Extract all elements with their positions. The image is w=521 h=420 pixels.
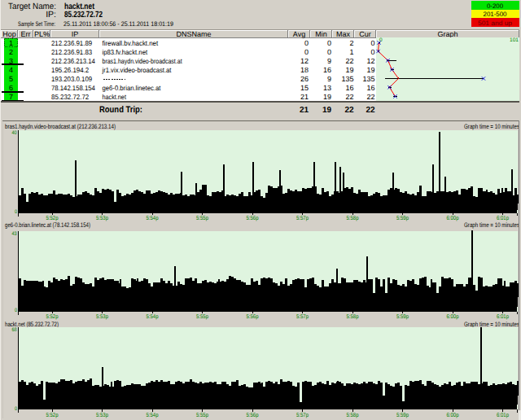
svg-text:DNSName: DNSName — [176, 30, 211, 38]
svg-text:Cur: Cur — [359, 30, 371, 38]
svg-text:Sample Set Time:: Sample Set Time: — [18, 20, 55, 28]
svg-text:212.236.91.83: 212.236.91.83 — [51, 48, 92, 56]
svg-text:85.232.72.72: 85.232.72.72 — [64, 10, 103, 20]
svg-text:85.232.72.72: 85.232.72.72 — [51, 93, 89, 101]
svg-text:1: 1 — [349, 48, 353, 56]
svg-text:68: 68 — [12, 327, 17, 333]
svg-text:Graph: Graph — [437, 30, 458, 38]
svg-text:0: 0 — [370, 48, 374, 56]
svg-text:ge6-0.brian.linetec.at (78.142: ge6-0.brian.linetec.at (78.142.158.154) — [5, 221, 90, 229]
svg-text:5:57p: 5:57p — [296, 413, 309, 418]
svg-text:bras1.haydn.video-broadcast.at: bras1.haydn.video-broadcast.at — [103, 57, 183, 65]
svg-text:15: 15 — [300, 84, 309, 92]
svg-text:22: 22 — [366, 93, 374, 101]
svg-text:5:58p: 5:58p — [347, 216, 359, 221]
svg-text:6:01p: 6:01p — [497, 216, 509, 221]
svg-text:ip83.fv.hackt.net: ip83.fv.hackt.net — [103, 48, 148, 56]
svg-text:26: 26 — [300, 75, 309, 83]
svg-text:212.236.91.89: 212.236.91.89 — [51, 39, 92, 47]
svg-text:22: 22 — [345, 57, 353, 65]
svg-text:5:53p: 5:53p — [96, 413, 108, 418]
svg-text:13: 13 — [323, 84, 331, 92]
svg-text:hackt.net: hackt.net — [103, 93, 127, 101]
svg-text:6:00p: 6:00p — [447, 314, 459, 320]
svg-text:5:56p: 5:56p — [247, 413, 259, 418]
svg-text:9: 9 — [327, 75, 331, 83]
svg-text:16: 16 — [366, 84, 374, 92]
svg-text:0-200: 0-200 — [487, 2, 504, 10]
svg-text:135: 135 — [341, 75, 353, 83]
svg-text:5:59p: 5:59p — [396, 314, 409, 320]
svg-text:5: 5 — [9, 75, 13, 83]
svg-text:6:01p: 6:01p — [497, 314, 509, 320]
svg-text:0: 0 — [304, 39, 309, 47]
svg-text:21: 21 — [300, 106, 309, 115]
svg-text:0: 0 — [304, 48, 309, 56]
svg-text:501 and up: 501 and up — [478, 20, 513, 27]
svg-text:5:55p: 5:55p — [196, 314, 208, 320]
svg-text:0: 0 — [327, 39, 331, 47]
svg-text:19: 19 — [345, 66, 353, 74]
svg-text:bras1.haydn.video-broadcast.at: bras1.haydn.video-broadcast.at (212.236.… — [5, 123, 116, 130]
svg-text:193.203.0.109: 193.203.0.109 — [51, 75, 92, 83]
svg-text:18: 18 — [300, 66, 309, 74]
svg-text:40: 40 — [12, 130, 17, 136]
svg-text:5:55p: 5:55p — [196, 216, 208, 221]
svg-text:5:59p: 5:59p — [396, 216, 409, 221]
svg-text:19: 19 — [366, 66, 374, 74]
svg-text:4: 4 — [9, 66, 13, 74]
svg-text:22: 22 — [345, 93, 353, 101]
svg-text:22: 22 — [344, 106, 354, 115]
svg-text:195.26.194.2: 195.26.194.2 — [51, 66, 89, 74]
svg-text:IP: IP — [72, 30, 79, 38]
svg-text:19: 19 — [323, 93, 331, 101]
svg-text:6:00p: 6:00p — [447, 216, 459, 221]
svg-text:IP:: IP: — [46, 10, 56, 20]
svg-text:5:58p: 5:58p — [347, 413, 359, 418]
svg-text:5:56p: 5:56p — [247, 314, 259, 320]
svg-text:0: 0 — [15, 406, 17, 412]
svg-text:5:54p: 5:54p — [147, 216, 159, 221]
svg-text:201-500: 201-500 — [484, 11, 508, 18]
svg-text:6:00p: 6:00p — [447, 413, 459, 418]
svg-text:5:59p: 5:59p — [396, 413, 409, 418]
svg-text:78.142.158.154: 78.142.158.154 — [51, 84, 95, 92]
svg-text:12: 12 — [300, 57, 309, 65]
svg-text:Max: Max — [336, 30, 351, 38]
svg-text:firewall.bv.hackt.net: firewall.bv.hackt.net — [103, 39, 159, 47]
svg-text:5:52p: 5:52p — [46, 413, 59, 418]
svg-text:0: 0 — [370, 39, 374, 47]
svg-text:0: 0 — [15, 209, 17, 215]
svg-text:5:53p: 5:53p — [96, 216, 108, 221]
svg-text:5:52p: 5:52p — [46, 314, 59, 320]
svg-text:Avg: Avg — [293, 30, 305, 38]
svg-text:PL%: PL% — [34, 30, 50, 38]
svg-text:2: 2 — [9, 48, 13, 56]
svg-text:jr1.vix.video-broadcast.at: jr1.vix.video-broadcast.at — [102, 66, 172, 74]
svg-text:5:56p: 5:56p — [247, 216, 259, 221]
svg-text:22: 22 — [366, 106, 375, 115]
svg-text:5:54p: 5:54p — [147, 413, 159, 418]
svg-text:5:55p: 5:55p — [196, 413, 208, 418]
svg-text:16: 16 — [345, 84, 353, 92]
svg-text:43: 43 — [12, 231, 17, 237]
svg-text:16: 16 — [323, 66, 331, 74]
svg-text:25.11.2011 18:00:56 - 25.11.20: 25.11.2011 18:00:56 - 25.11.2011 18:01:1… — [63, 20, 173, 28]
svg-text:101: 101 — [510, 37, 519, 43]
svg-text:Graph time = 10 minutes: Graph time = 10 minutes — [464, 123, 519, 130]
svg-text:5:57p: 5:57p — [296, 314, 309, 320]
svg-text:Graph time = 10 minutes: Graph time = 10 minutes — [464, 321, 519, 328]
svg-text:Graph time = 10 minutes: Graph time = 10 minutes — [464, 221, 519, 229]
svg-text:Min: Min — [315, 30, 327, 38]
svg-text:212.236.213.14: 212.236.213.14 — [51, 57, 95, 65]
svg-text:0: 0 — [327, 48, 331, 56]
svg-text:21: 21 — [300, 93, 309, 101]
svg-text:Round Trip:: Round Trip: — [99, 105, 142, 115]
svg-text:12: 12 — [366, 57, 374, 65]
svg-text:Err: Err — [21, 30, 31, 38]
svg-text:135: 135 — [362, 75, 374, 83]
svg-text:5:54p: 5:54p — [147, 314, 159, 320]
svg-text:1: 1 — [9, 39, 13, 47]
svg-text:5:52p: 5:52p — [46, 216, 59, 221]
svg-text:19: 19 — [322, 106, 332, 115]
